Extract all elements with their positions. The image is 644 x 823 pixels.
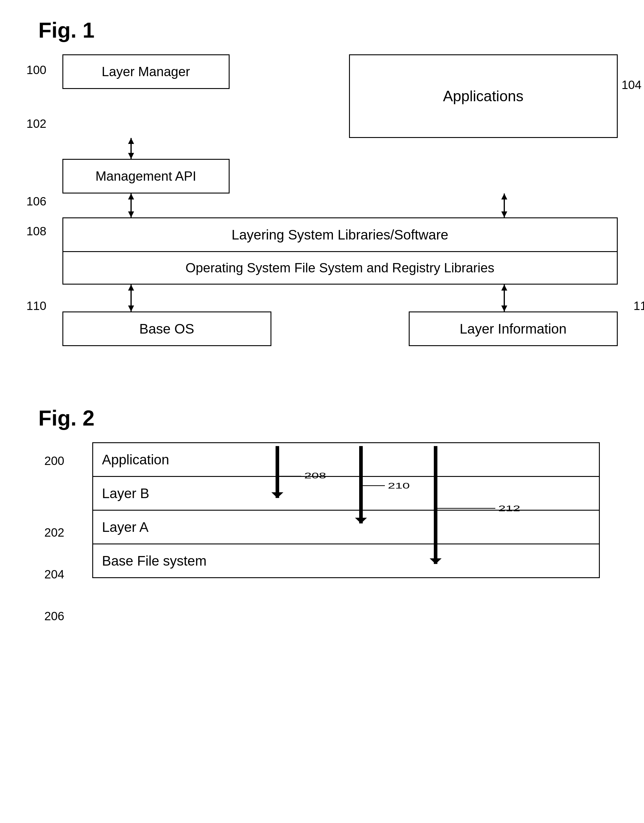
svg-marker-7 [501,212,507,217]
box-applications: Applications [349,54,618,138]
arrow-os-to-layerinfo [495,285,513,312]
arrow-lm-to-api [122,138,140,159]
big-system-box: Layering System Libraries/Software Opera… [62,217,618,285]
box-layering-system: Layering System Libraries/Software [63,218,617,252]
box-application: Application [92,442,600,477]
ref-206: 206 [44,610,64,623]
fig2-label: Fig. 2 [38,406,606,430]
svg-marker-14 [501,285,507,290]
ref-202: 202 [44,526,64,539]
ref-108: 108 [26,224,47,238]
ref-200: 200 [44,454,64,468]
arrow-apps-down [495,193,513,217]
box-base-file-system: Base File system [92,544,600,578]
svg-marker-4 [128,212,134,217]
box-layer-b: Layer B [92,477,600,511]
ref-104: 104 [622,78,642,92]
svg-marker-10 [128,306,134,312]
svg-marker-2 [128,153,134,159]
fig1-label: Fig. 1 [38,18,606,42]
fig1-container: Fig. 1 100 102 104 106 108 110 112 Layer… [38,18,606,346]
box-layer-information: Layer Information [409,312,618,346]
box-management-api: Management API [62,159,230,193]
box-layer-a: Layer A [92,511,600,544]
ref-100: 100 [26,63,47,77]
svg-marker-8 [501,193,507,200]
ref-112: 112 [633,299,644,313]
ref-204: 204 [44,568,64,581]
arrow-api-down [122,193,140,217]
box-os-libraries: Operating System File System and Registr… [63,252,617,284]
ref-106: 106 [26,195,47,208]
arrow-os-to-baseos [122,285,140,312]
svg-marker-11 [128,285,134,290]
svg-marker-1 [128,138,134,144]
box-layer-manager: Layer Manager [62,54,230,89]
fig2-container: Fig. 2 200 202 204 206 Application Layer… [38,406,606,578]
ref-110: 110 [26,299,47,313]
ref-102: 102 [26,117,47,131]
svg-marker-5 [128,193,134,200]
fig2-diagram: 200 202 204 206 Application Layer B Laye… [92,442,600,578]
svg-marker-13 [501,306,507,312]
box-base-os: Base OS [62,312,271,346]
